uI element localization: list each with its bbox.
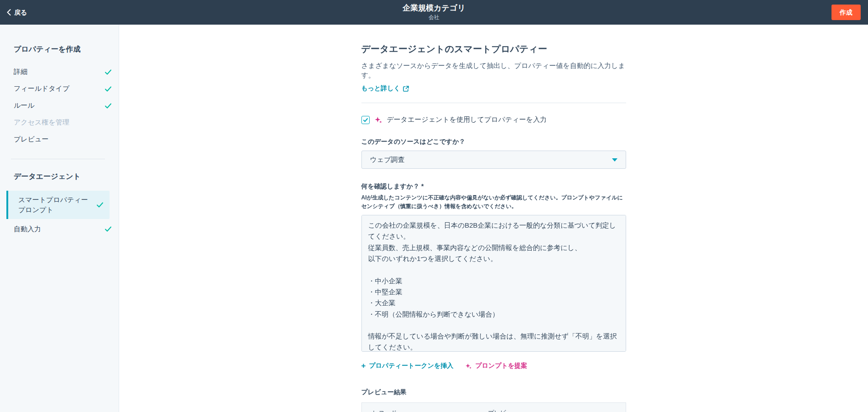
checkmark-icon — [363, 117, 368, 123]
sidebar-item-rules[interactable]: ルール — [0, 97, 119, 114]
sidebar-item-label: ルール — [14, 101, 35, 110]
learn-more-link[interactable]: もっと詳しく — [361, 84, 409, 93]
source-select[interactable]: ウェブ調査 — [361, 151, 626, 169]
sidebar-item-label: スマートプロパティープロンプト — [18, 195, 96, 215]
suggest-prompt-link[interactable]: プロンプトを提案 — [465, 362, 527, 370]
source-select-value: ウェブ調査 — [370, 156, 405, 164]
sidebar-item-auto-fill[interactable]: 自動入力 — [0, 221, 119, 238]
preview-results-heading: プレビュー結果 — [361, 388, 626, 396]
chevron-left-icon — [6, 9, 11, 16]
divider — [361, 103, 626, 103]
check-icon — [104, 85, 112, 93]
back-label: 戻る — [14, 9, 27, 16]
column-header-preview: プレビュー — [477, 409, 626, 412]
preview-results-table: レコード プレビュー レコードを選択 -- — [361, 402, 626, 412]
section-title: データエージェントのスマートプロパティー — [361, 43, 626, 55]
sidebar-item-preview[interactable]: プレビュー — [0, 131, 119, 148]
steps-sidebar: プロパティーを作成 詳細 フィールドタイプ ルール アクセス権を管理 プレビュー… — [0, 25, 119, 412]
check-icon — [104, 225, 112, 233]
column-header-record: レコード — [362, 409, 477, 412]
sidebar-heading-data-agent: データエージェント — [0, 172, 119, 182]
use-data-agent-checkbox[interactable] — [361, 116, 370, 124]
table-header-row: レコード プレビュー — [362, 403, 626, 412]
sidebar-item-field-type[interactable]: フィールドタイプ — [0, 80, 119, 97]
suggest-prompt-label: プロンプトを提案 — [475, 362, 527, 370]
ai-sparkle-icon — [465, 363, 472, 370]
prompt-textarea[interactable] — [361, 215, 626, 352]
back-button[interactable]: 戻る — [6, 9, 27, 16]
insert-property-token-link[interactable]: + プロパティートークンを挿入 — [361, 362, 454, 370]
sidebar-item-details[interactable]: 詳細 — [0, 63, 119, 80]
sidebar-item-label: 詳細 — [14, 68, 27, 76]
prompt-field-label: 何を確認しますか？ * — [361, 183, 626, 191]
check-icon — [96, 201, 104, 209]
sidebar-item-label: アクセス権を管理 — [14, 118, 69, 127]
use-data-agent-label: データエージェントを使用してプロパティーを入力 — [387, 115, 547, 124]
page-title: 企業規模カテゴリ — [403, 3, 465, 13]
ai-sparkle-icon — [374, 116, 382, 124]
sidebar-divider — [11, 159, 105, 159]
page-subtitle: 会社 — [429, 14, 439, 21]
prompt-help-text: AIが生成したコンテンツに不正確な内容や偏見がないか必ず確認してください。プロン… — [361, 193, 626, 210]
section-description: さまざまなソースからデータを生成して抽出し、プロパティー値を自動的に入力します。 — [361, 61, 626, 80]
sidebar-item-label: プレビュー — [14, 135, 48, 144]
external-link-icon — [403, 86, 409, 92]
sidebar-item-manage-access: アクセス権を管理 — [0, 114, 119, 131]
plus-icon: + — [361, 362, 366, 370]
insert-property-token-label: プロパティートークンを挿入 — [369, 362, 453, 370]
sidebar-item-smart-property-prompt[interactable]: スマートプロパティープロンプト — [6, 191, 110, 219]
create-button[interactable]: 作成 — [831, 5, 861, 20]
learn-more-label: もっと詳しく — [361, 84, 401, 93]
sidebar-heading-create-property: プロパティーを作成 — [0, 45, 119, 54]
sidebar-item-label: フィールドタイプ — [14, 84, 69, 93]
check-icon — [104, 102, 112, 110]
sidebar-item-label: 自動入力 — [14, 225, 41, 234]
chevron-down-icon — [612, 158, 617, 162]
main-panel: データエージェントのスマートプロパティー さまざまなソースからデータを生成して抽… — [119, 25, 868, 412]
top-header: 戻る 企業規模カテゴリ 会社 作成 — [0, 0, 868, 25]
check-icon — [104, 68, 112, 76]
header-title-group: 企業規模カテゴリ 会社 — [0, 0, 868, 25]
source-field-label: このデータのソースはどこですか？ — [361, 138, 626, 146]
